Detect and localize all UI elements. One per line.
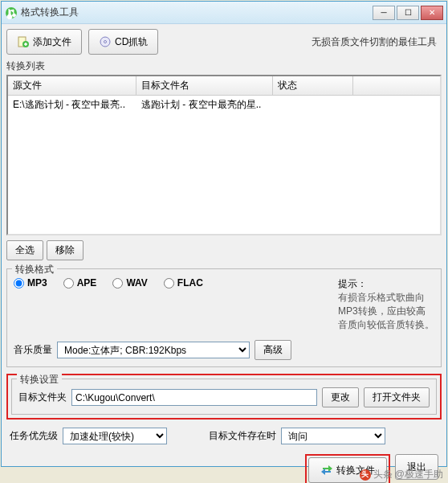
- cd-rip-button[interactable]: CD抓轨: [88, 29, 158, 55]
- radio-flac-input[interactable]: [164, 278, 174, 289]
- add-file-label: 添加文件: [33, 35, 71, 49]
- quality-select[interactable]: Mode:立体声; CBR:192Kbps: [57, 342, 250, 358]
- attribution-source: 头条: [373, 468, 393, 481]
- file-list[interactable]: 源文件 目标文件名 状态 E:\逃跑计划 - 夜空中最亮.. 逃跑计划 - 夜空…: [6, 75, 442, 235]
- list-item[interactable]: E:\逃跑计划 - 夜空中最亮.. 逃跑计划 - 夜空中最亮的星..: [8, 96, 440, 114]
- priority-select[interactable]: 加速处理(较快): [63, 428, 167, 444]
- radio-ape[interactable]: APE: [63, 277, 97, 289]
- svg-point-4: [104, 41, 107, 43]
- titlebar: 格式转换工具 ─ ☐ ✕: [2, 2, 446, 24]
- format-group-title: 转换格式: [12, 263, 57, 276]
- header-status[interactable]: 状态: [273, 76, 353, 95]
- highlight-box: 转换设置 目标文件夹 更改 打开文件夹: [6, 374, 442, 420]
- add-file-icon: [17, 35, 30, 48]
- cd-rip-label: CD抓轨: [115, 35, 148, 49]
- window-title: 格式转换工具: [21, 6, 371, 19]
- close-button[interactable]: ✕: [421, 6, 443, 20]
- exists-select[interactable]: 询问: [281, 428, 385, 444]
- radio-wav-input[interactable]: [112, 278, 123, 289]
- radio-mp3[interactable]: MP3: [14, 277, 47, 289]
- open-folder-button[interactable]: 打开文件夹: [364, 387, 430, 407]
- cell-target: 逃跑计划 - 夜空中最亮的星..: [136, 97, 273, 113]
- advanced-button[interactable]: 高级: [255, 340, 291, 360]
- tip-box: 提示： 有损音乐格式歌曲向MP3转换，应由较高音质向较低音质转换。: [338, 277, 434, 332]
- target-folder-label: 目标文件夹: [18, 391, 67, 404]
- list-label: 转换列表: [6, 59, 442, 73]
- tagline-text: 无损音质文件切割的最佳工具: [312, 35, 437, 49]
- settings-group: 转换设置 目标文件夹 更改 打开文件夹: [11, 379, 437, 415]
- header-target[interactable]: 目标文件名: [136, 76, 273, 95]
- cell-status: [273, 97, 353, 113]
- radio-ape-input[interactable]: [63, 278, 74, 289]
- select-all-button[interactable]: 全选: [6, 240, 43, 260]
- attribution-author: @极速手助: [395, 468, 443, 481]
- convert-icon: [320, 464, 333, 477]
- attribution: 头 头条 @极速手助: [360, 468, 443, 481]
- target-folder-input[interactable]: [71, 389, 317, 406]
- attribution-icon: 头: [360, 469, 371, 481]
- quality-label: 音乐质量: [14, 343, 52, 357]
- exists-label: 目标文件存在时: [209, 429, 276, 443]
- change-button[interactable]: 更改: [322, 387, 359, 407]
- app-icon: [5, 6, 18, 19]
- cell-source: E:\逃跑计划 - 夜空中最亮..: [8, 97, 136, 113]
- settings-group-title: 转换设置: [17, 373, 62, 387]
- tip-title: 提示：: [338, 277, 434, 291]
- cd-icon: [99, 35, 112, 48]
- radio-mp3-input[interactable]: [14, 278, 24, 289]
- format-group: 转换格式 MP3 APE WAV FLAC 提示： 有损音乐格式歌曲向MP3转换…: [6, 268, 442, 367]
- header-source[interactable]: 源文件: [8, 76, 136, 95]
- radio-flac[interactable]: FLAC: [164, 277, 203, 289]
- radio-wav[interactable]: WAV: [112, 277, 147, 289]
- add-file-button[interactable]: 添加文件: [6, 29, 82, 55]
- remove-button[interactable]: 移除: [47, 240, 83, 260]
- maximize-button[interactable]: ☐: [397, 6, 419, 20]
- priority-label: 任务优先级: [10, 429, 58, 443]
- minimize-button[interactable]: ─: [373, 6, 395, 20]
- list-header: 源文件 目标文件名 状态: [8, 76, 440, 96]
- tip-body: 有损音乐格式歌曲向MP3转换，应由较高音质向较低音质转换。: [338, 291, 434, 332]
